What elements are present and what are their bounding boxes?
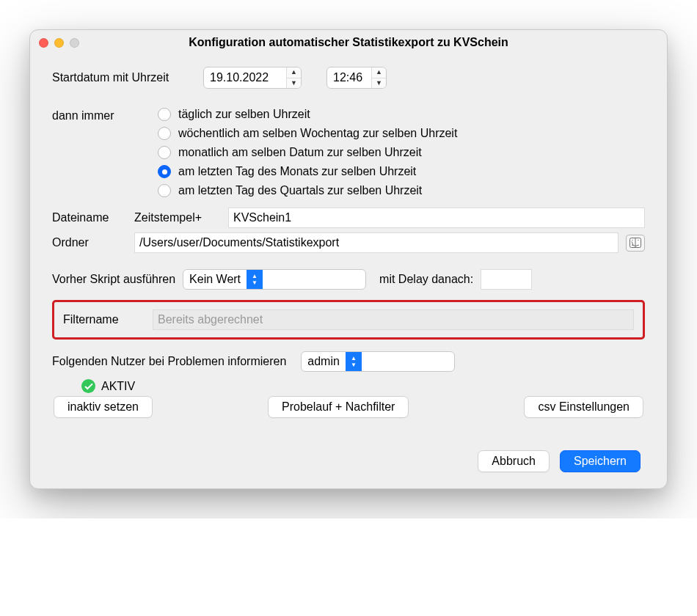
filtername-label: Filtername xyxy=(63,313,139,326)
recurrence-option-label: am letzten Tag des Monats zur selben Uhr… xyxy=(178,165,416,178)
folder-input[interactable] xyxy=(134,232,618,253)
filtername-input[interactable] xyxy=(153,309,634,330)
action-buttons-row: inaktiv setzen Probelauf + Nachfilter cs… xyxy=(52,396,645,418)
date-stepper[interactable]: ▲ ▼ xyxy=(203,67,302,89)
titlebar: Konfiguration automatischer Statistikexp… xyxy=(30,30,667,55)
radio-icon xyxy=(158,108,171,121)
filename-input[interactable] xyxy=(228,208,645,228)
date-step-down[interactable]: ▼ xyxy=(287,78,301,89)
script-select-value: Kein Wert xyxy=(189,273,247,286)
filename-row: Dateiname Zeitstempel+ xyxy=(52,208,645,228)
time-stepper[interactable]: ▲ ▼ xyxy=(326,67,387,89)
inform-row: Folgenden Nutzer bei Problemen informier… xyxy=(52,351,645,372)
status-row: AKTIV xyxy=(52,379,645,393)
svg-point-2 xyxy=(632,240,632,241)
traffic-lights xyxy=(39,38,79,48)
select-arrows-icon: ▲▼ xyxy=(346,352,362,371)
active-check-icon xyxy=(81,379,95,393)
delay-label: mit Delay danach: xyxy=(379,273,473,286)
recurrence-option[interactable]: monatlich am selben Datum zur selben Uhr… xyxy=(158,146,457,159)
time-step-down[interactable]: ▼ xyxy=(372,78,386,89)
close-window-icon[interactable] xyxy=(39,38,48,48)
script-row: Vorher Skript ausführen Kein Wert ▲▼ mit… xyxy=(52,269,645,290)
recurrence-option[interactable]: am letzten Tag des Monats zur selben Uhr… xyxy=(158,165,457,178)
testrun-button[interactable]: Probelauf + Nachfilter xyxy=(268,396,409,418)
time-stepper-arrows: ▲ ▼ xyxy=(371,67,386,88)
date-input[interactable] xyxy=(204,67,286,88)
inform-user-value: admin xyxy=(307,355,346,368)
recurrence-label: dann immer xyxy=(52,108,158,197)
filter-row-highlight: Filtername xyxy=(52,300,645,340)
date-step-up[interactable]: ▲ xyxy=(287,67,301,78)
recurrence-option-label: wöchentlich am selben Wochentag zur selb… xyxy=(178,127,457,140)
recurrence-option-label: am letzten Tag des Quartals zur selben U… xyxy=(178,184,422,197)
date-stepper-arrows: ▲ ▼ xyxy=(286,67,301,88)
maximize-window-icon xyxy=(70,38,79,48)
recurrence-option[interactable]: am letzten Tag des Quartals zur selben U… xyxy=(158,184,457,197)
svg-point-3 xyxy=(638,240,638,241)
csv-settings-button[interactable]: csv Einstellungen xyxy=(524,396,643,418)
recurrence-option-label: monatlich am selben Datum zur selben Uhr… xyxy=(178,146,422,159)
time-input[interactable] xyxy=(327,67,371,88)
recurrence-block: dann immer täglich zur selben Uhrzeitwöc… xyxy=(52,108,645,197)
footer-buttons: Abbruch Speichern xyxy=(52,450,645,472)
delay-input[interactable] xyxy=(481,269,532,290)
browse-folder-button[interactable] xyxy=(626,235,645,252)
radio-icon xyxy=(158,165,171,178)
save-button[interactable]: Speichern xyxy=(560,450,641,472)
finder-icon xyxy=(630,238,641,248)
script-select[interactable]: Kein Wert ▲▼ xyxy=(183,269,366,290)
filename-label: Dateiname xyxy=(52,211,125,224)
inform-label: Folgenden Nutzer bei Problemen informier… xyxy=(52,355,286,368)
recurrence-option-label: täglich zur selben Uhrzeit xyxy=(178,108,310,121)
radio-icon xyxy=(158,127,171,140)
content: Startdatum mit Uhrzeit ▲ ▼ ▲ ▼ dann imme… xyxy=(30,55,667,488)
recurrence-options: täglich zur selben Uhrzeitwöchentlich am… xyxy=(158,108,457,197)
select-arrows-icon: ▲▼ xyxy=(247,270,263,289)
config-window: Konfiguration automatischer Statistikexp… xyxy=(29,29,668,489)
radio-icon xyxy=(158,146,171,159)
script-label: Vorher Skript ausführen xyxy=(52,273,175,286)
folder-row: Ordner xyxy=(52,232,645,253)
startdate-label: Startdatum mit Uhrzeit xyxy=(52,71,196,84)
window-title: Konfiguration automatischer Statistikexp… xyxy=(30,36,667,49)
radio-icon xyxy=(158,184,171,197)
cancel-button[interactable]: Abbruch xyxy=(478,450,550,472)
inform-user-select[interactable]: admin ▲▼ xyxy=(301,351,455,372)
recurrence-option[interactable]: täglich zur selben Uhrzeit xyxy=(158,108,457,121)
recurrence-option[interactable]: wöchentlich am selben Wochentag zur selb… xyxy=(158,127,457,140)
timestamp-prefix-label: Zeitstempel+ xyxy=(134,211,219,224)
time-step-up[interactable]: ▲ xyxy=(372,67,386,78)
deactivate-button[interactable]: inaktiv setzen xyxy=(54,396,153,418)
minimize-window-icon[interactable] xyxy=(54,38,64,48)
folder-label: Ordner xyxy=(52,236,125,249)
startdate-row: Startdatum mit Uhrzeit ▲ ▼ ▲ ▼ xyxy=(52,67,645,89)
status-text: AKTIV xyxy=(101,380,135,393)
